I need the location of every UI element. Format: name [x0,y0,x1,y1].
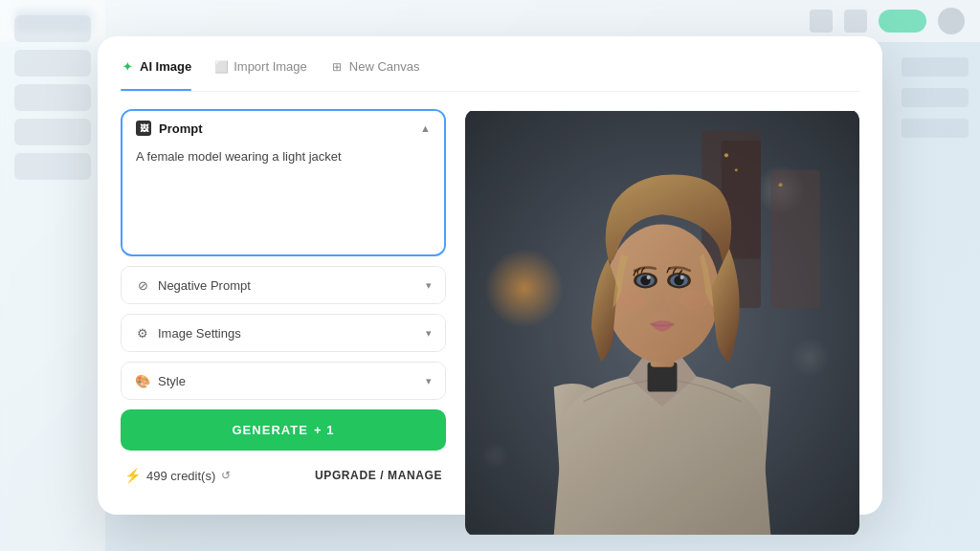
image-settings-chevron-icon[interactable]: ▾ [426,327,432,340]
generate-button-label: GENERATE [232,423,308,437]
sidebar-item-4-bg [14,119,91,145]
tab-import-image[interactable]: ⬜ Import Image [214,59,307,77]
prompt-header-left: 🖼 Prompt [136,121,203,136]
right-item-3 [902,119,969,138]
main-card: ✦ AI Image ⬜ Import Image ⊞ New Canvas 🖼… [98,36,882,515]
new-canvas-icon: ⊞ [330,60,344,74]
credits-amount: 499 credit(s) [146,469,215,483]
topbar-icon-2 [844,10,867,33]
negative-prompt-icon: ⊘ [135,277,150,293]
left-panel: 🖼 Prompt ▲ ⊘ Negative Prompt ▾ [121,109,446,537]
tab-import-image-label: Import Image [234,59,307,74]
sidebar-background [0,0,105,551]
style-icon: 🎨 [135,373,150,388]
right-item-2 [902,88,969,107]
credits-left: ⚡ 499 credit(s) ↺ [124,468,231,483]
tab-ai-image[interactable]: ✦ AI Image [121,59,191,77]
topbar-upgrade-bg [879,10,926,33]
svg-rect-24 [465,111,859,535]
image-settings-section: ⚙ Image Settings ▾ [121,314,446,352]
prompt-header[interactable]: 🖼 Prompt ▲ [122,111,444,145]
generate-button[interactable]: GENERATE + 1 [121,409,446,451]
style-chevron-icon[interactable]: ▾ [426,375,432,387]
style-header[interactable]: 🎨 Style ▾ [122,363,445,399]
refresh-icon[interactable]: ↺ [221,469,231,482]
tab-new-canvas[interactable]: ⊞ New Canvas [330,59,420,77]
import-image-icon: ⬜ [214,60,228,74]
style-section: 🎨 Style ▾ [121,362,446,400]
negative-prompt-header[interactable]: ⊘ Negative Prompt ▾ [122,267,445,303]
tab-ai-image-label: AI Image [140,59,191,74]
sidebar-item-1-bg [14,15,91,42]
right-item-1 [902,57,969,77]
model-image-panel [465,109,859,537]
tab-new-canvas-label: New Canvas [349,59,420,74]
sidebar-item-2-bg [14,50,91,77]
ai-image-icon: ✦ [121,60,134,74]
right-sidebar-background [894,42,980,551]
image-settings-header[interactable]: ⚙ Image Settings ▾ [122,315,445,351]
topbar-icon-1 [810,10,833,33]
tab-bar: ✦ AI Image ⬜ Import Image ⊞ New Canvas [121,59,859,92]
image-settings-icon: ⚙ [135,325,150,341]
sidebar-item-3-bg [14,84,91,111]
prompt-chevron-up-icon[interactable]: ▲ [420,122,431,134]
content-area: 🖼 Prompt ▲ ⊘ Negative Prompt ▾ [121,109,859,537]
negative-prompt-section: ⊘ Negative Prompt ▾ [121,266,446,304]
negative-prompt-label: Negative Prompt [158,278,251,293]
model-image [465,109,859,537]
topbar-avatar-bg [938,8,965,34]
credits-bar: ⚡ 499 credit(s) ↺ UPGRADE / MANAGE [121,460,446,491]
generate-credit-cost: + 1 [314,423,335,437]
lightning-icon: ⚡ [124,468,141,483]
image-settings-label: Image Settings [158,326,241,341]
style-label: Style [158,374,186,388]
prompt-icon: 🖼 [136,121,151,136]
style-header-left: 🎨 Style [135,373,186,388]
prompt-section: 🖼 Prompt ▲ [121,109,446,256]
image-settings-header-left: ⚙ Image Settings [135,325,241,341]
prompt-textarea[interactable] [122,145,444,251]
prompt-label: Prompt [159,121,203,136]
negative-prompt-chevron-icon[interactable]: ▾ [426,279,432,292]
sidebar-item-5-bg [14,153,91,180]
negative-prompt-header-left: ⊘ Negative Prompt [135,277,251,293]
upgrade-manage-button[interactable]: UPGRADE / MANAGE [315,469,442,482]
